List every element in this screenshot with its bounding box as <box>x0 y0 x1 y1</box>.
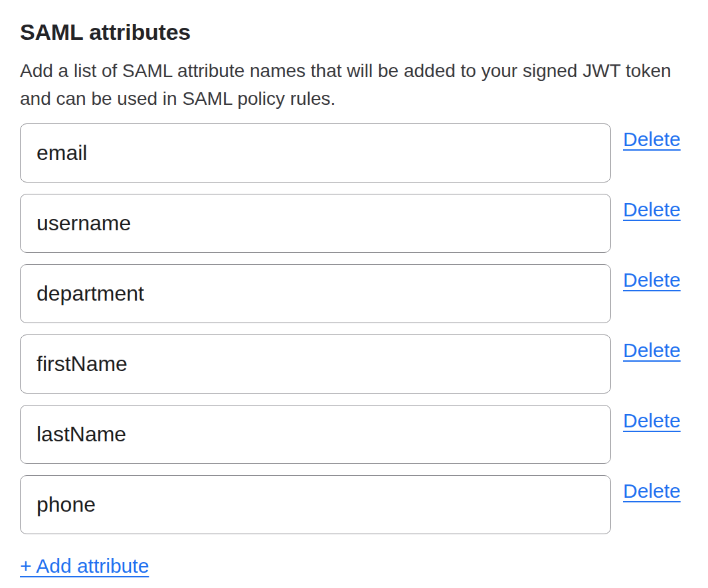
delete-attribute-link[interactable]: Delete <box>623 198 681 221</box>
section-description-line-1: Add a list of SAML attribute names that … <box>20 57 688 85</box>
section-title: SAML attributes <box>20 17 688 46</box>
delete-attribute-link[interactable]: Delete <box>623 128 681 151</box>
delete-attribute-link[interactable]: Delete <box>623 339 681 362</box>
attribute-row: Delete <box>20 475 688 534</box>
attribute-row: Delete <box>20 334 688 394</box>
section-description-line-2: and can be used in SAML policy rules. <box>20 85 688 113</box>
saml-attributes-section: SAML attributes Add a list of SAML attri… <box>0 0 708 578</box>
delete-attribute-link[interactable]: Delete <box>623 480 681 502</box>
attribute-row: Delete <box>20 123 688 183</box>
attribute-row: Delete <box>20 405 688 464</box>
attribute-row: Delete <box>20 264 688 323</box>
add-attribute-link[interactable]: + Add attribute <box>20 554 149 578</box>
attribute-name-input[interactable] <box>20 264 611 323</box>
attribute-name-input[interactable] <box>20 475 611 534</box>
attribute-name-input[interactable] <box>20 194 611 253</box>
delete-attribute-link[interactable]: Delete <box>623 409 681 432</box>
attribute-row: Delete <box>20 194 688 253</box>
attribute-list: Delete Delete Delete Delete Delete Delet… <box>20 123 688 534</box>
attribute-name-input[interactable] <box>20 334 611 394</box>
attribute-name-input[interactable] <box>20 405 611 464</box>
section-description: Add a list of SAML attribute names that … <box>20 57 688 113</box>
delete-attribute-link[interactable]: Delete <box>623 269 681 291</box>
attribute-name-input[interactable] <box>20 123 611 183</box>
